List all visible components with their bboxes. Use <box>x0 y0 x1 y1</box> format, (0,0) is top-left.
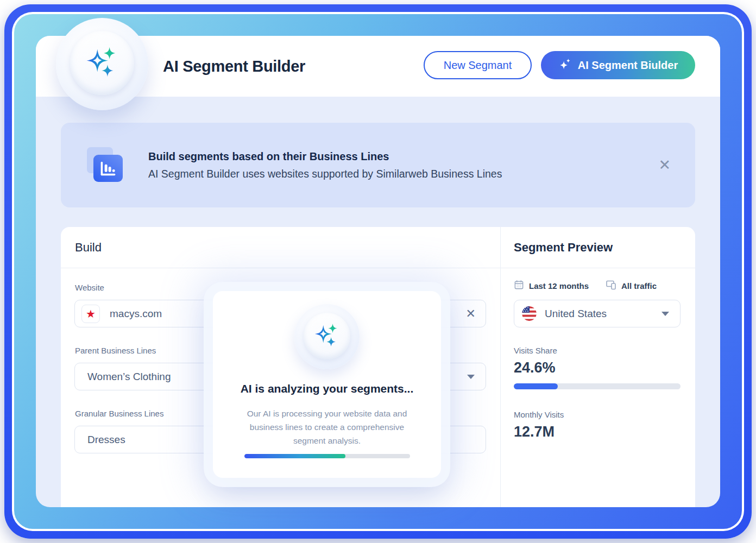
modal-progress-fill <box>244 454 345 458</box>
business-lines-chart-icon <box>87 147 123 183</box>
granular-business-lines-value: Dresses <box>87 434 125 446</box>
parent-business-lines-value: Women’s Clothing <box>87 371 171 383</box>
segment-preview-title: Segment Preview <box>514 227 613 268</box>
chevron-down-icon <box>467 375 475 379</box>
visits-share-value: 24.6% <box>514 359 556 376</box>
sparkles-icon <box>558 58 572 73</box>
new-segment-button-label: New Segmant <box>444 59 512 72</box>
granular-business-lines-label: Granular Business Lines <box>75 409 163 418</box>
ai-segment-builder-button[interactable]: AI Segment Biulder <box>541 51 695 79</box>
info-banner: Build segments based on their Business L… <box>61 123 695 207</box>
clear-website-icon[interactable]: ✕ <box>466 307 476 321</box>
modal-sparkles-icon <box>314 322 340 350</box>
calendar-icon <box>514 280 524 292</box>
us-flag-icon <box>522 306 537 321</box>
page-title: AI Segment Builder <box>163 36 305 97</box>
website-label: Website <box>75 283 104 292</box>
monthly-visits-label: Monthly Visits <box>514 410 564 419</box>
parent-business-lines-label: Parent Business Lines <box>75 346 156 355</box>
ai-segment-builder-screen: AI Segment Builder New Segmant AI Segmen… <box>0 0 756 543</box>
panel-divider <box>500 227 501 507</box>
ai-analyzing-modal: AI is analyzing your segments... Our AI … <box>213 291 441 478</box>
modal-body-text: Our AI is processing your website data a… <box>240 407 414 447</box>
modal-logo <box>294 304 360 369</box>
modal-progress <box>244 454 410 458</box>
new-segment-button[interactable]: New Segmant <box>424 51 532 79</box>
traffic-filter-label[interactable]: All traffic <box>621 281 657 291</box>
banner-subtitle: AI Segment Builder uses websites support… <box>148 168 502 180</box>
modal-title: AI is analyzing your segments... <box>213 382 441 395</box>
visits-share-label: Visits Share <box>514 346 557 355</box>
visits-share-progress <box>514 383 681 389</box>
app-logo <box>56 18 148 110</box>
ai-segment-builder-button-label: AI Segment Biulder <box>578 59 678 72</box>
monthly-visits-value: 12.7M <box>514 424 555 440</box>
visits-share-fill <box>514 383 558 389</box>
devices-icon <box>606 279 616 292</box>
banner-title: Build segments based on their Business L… <box>148 150 502 163</box>
country-value: United States <box>545 308 607 320</box>
website-value: macys.com <box>110 308 162 320</box>
macys-favicon-star-icon: ★ <box>81 305 100 323</box>
country-chevron-down-icon <box>662 312 669 316</box>
build-panel-title: Build <box>75 227 102 268</box>
time-range-label[interactable]: Last 12 months <box>529 281 589 291</box>
banner-close-icon[interactable]: ✕ <box>658 158 671 173</box>
sparkles-logo-icon <box>85 45 119 81</box>
country-select[interactable]: United States <box>514 300 681 327</box>
